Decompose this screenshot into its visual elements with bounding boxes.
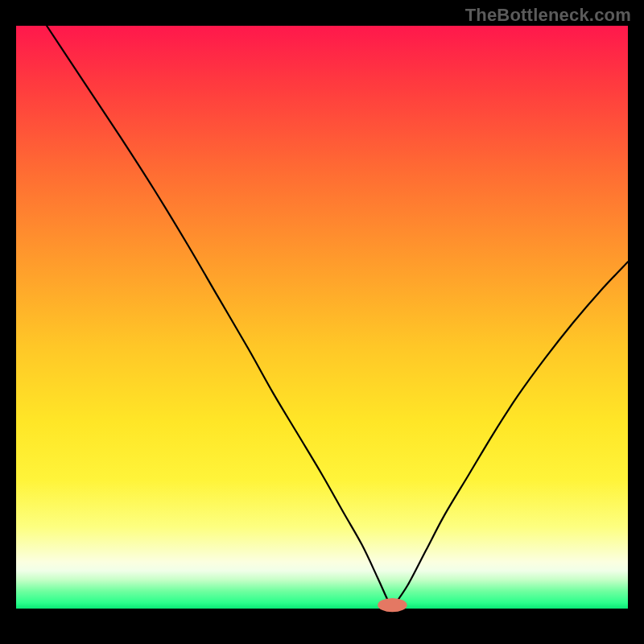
chart-svg bbox=[16, 26, 628, 638]
chart-frame bbox=[16, 26, 628, 638]
plot-area bbox=[16, 26, 628, 638]
optimal-point-marker bbox=[378, 598, 407, 612]
bottleneck-curve-left bbox=[47, 26, 392, 609]
watermark-text: TheBottleneck.com bbox=[465, 5, 631, 26]
bottleneck-curve-right bbox=[392, 262, 628, 609]
